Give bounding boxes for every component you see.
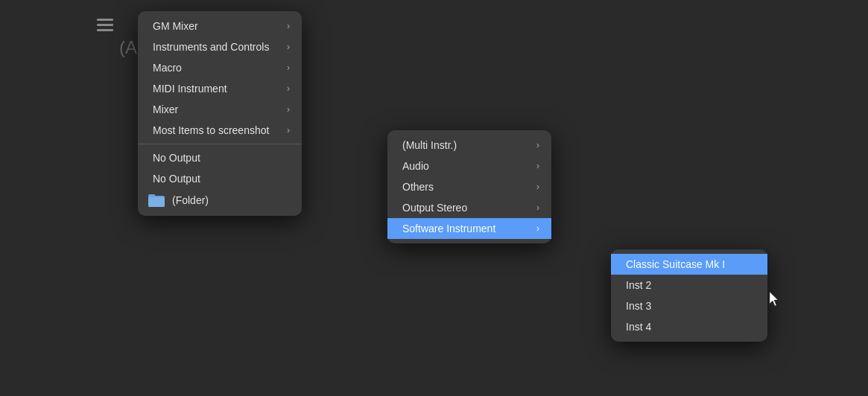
cursor bbox=[770, 292, 780, 307]
menu-item-others[interactable]: Others › bbox=[387, 176, 551, 197]
menu-item-inst4[interactable]: Inst 4 bbox=[611, 316, 767, 337]
folder-icon bbox=[148, 194, 165, 207]
menu-item-gm-mixer-label: GM Mixer bbox=[153, 20, 198, 32]
menu-divider bbox=[138, 144, 302, 144]
classic-suitcase-label: Classic Suitcase Mk I bbox=[626, 258, 725, 270]
menu-item-most-items[interactable]: Most Items to screenshot › bbox=[138, 120, 302, 141]
audio-label: Audio bbox=[402, 160, 429, 172]
menu-item-no-output-1[interactable]: No Output bbox=[138, 147, 302, 168]
menu-secondary: (Multi Instr.) › Audio › Others › Output… bbox=[387, 130, 551, 243]
menu-item-software-instrument[interactable]: Software Instrument › bbox=[387, 218, 551, 239]
svg-rect-0 bbox=[97, 19, 113, 21]
menu-item-gm-mixer[interactable]: GM Mixer › bbox=[138, 16, 302, 36]
toolbar-icon bbox=[97, 19, 113, 32]
inst2-label: Inst 2 bbox=[626, 279, 651, 291]
chevron-icon: › bbox=[287, 42, 290, 52]
menu-item-instruments[interactable]: Instruments and Controls › bbox=[138, 36, 302, 57]
menu-item-multi-instr[interactable]: (Multi Instr.) › bbox=[387, 135, 551, 156]
folder-label: (Folder) bbox=[172, 194, 209, 206]
menu-tertiary: Classic Suitcase Mk I Inst 2 Inst 3 Inst… bbox=[611, 249, 767, 342]
menu-item-audio[interactable]: Audio › bbox=[387, 156, 551, 176]
menu-item-most-items-label: Most Items to screenshot bbox=[153, 124, 269, 136]
chevron-icon: › bbox=[287, 21, 290, 31]
chevron-icon: › bbox=[536, 182, 539, 192]
chevron-icon: › bbox=[536, 161, 539, 171]
chevron-icon: › bbox=[536, 223, 539, 234]
svg-rect-3 bbox=[148, 197, 165, 207]
inst4-label: Inst 4 bbox=[626, 321, 651, 333]
chevron-icon: › bbox=[287, 104, 290, 115]
chevron-icon: › bbox=[287, 125, 290, 135]
no-output-1-label: No Output bbox=[153, 152, 200, 164]
menu-item-classic-suitcase[interactable]: Classic Suitcase Mk I bbox=[611, 254, 767, 275]
others-label: Others bbox=[402, 181, 434, 193]
svg-rect-1 bbox=[97, 24, 113, 26]
menu-item-midi-label: MIDI Instrument bbox=[153, 83, 227, 95]
menu-item-folder[interactable]: (Folder) bbox=[138, 189, 302, 211]
no-output-2-label: No Output bbox=[153, 173, 200, 185]
menu-item-instruments-label: Instruments and Controls bbox=[153, 41, 269, 53]
menu-item-inst3[interactable]: Inst 3 bbox=[611, 296, 767, 316]
chevron-icon: › bbox=[536, 140, 539, 150]
chevron-icon: › bbox=[287, 63, 290, 73]
chevron-icon: › bbox=[287, 83, 290, 94]
menu-primary: GM Mixer › Instruments and Controls › Ma… bbox=[138, 11, 302, 216]
menu-item-macro[interactable]: Macro › bbox=[138, 57, 302, 78]
menu-item-mixer[interactable]: Mixer › bbox=[138, 99, 302, 120]
menu-item-inst2[interactable]: Inst 2 bbox=[611, 275, 767, 296]
software-instrument-label: Software Instrument bbox=[402, 223, 495, 234]
menu-item-output-stereo[interactable]: Output Stereo › bbox=[387, 197, 551, 218]
output-stereo-label: Output Stereo bbox=[402, 202, 467, 214]
menu-item-macro-label: Macro bbox=[153, 62, 182, 74]
menu-item-midi[interactable]: MIDI Instrument › bbox=[138, 78, 302, 99]
chevron-icon: › bbox=[536, 202, 539, 213]
inst3-label: Inst 3 bbox=[626, 300, 651, 312]
svg-rect-2 bbox=[97, 29, 113, 31]
menu-item-no-output-2[interactable]: No Output bbox=[138, 168, 302, 189]
multi-instr-label: (Multi Instr.) bbox=[402, 139, 457, 151]
menu-item-mixer-label: Mixer bbox=[153, 103, 178, 115]
